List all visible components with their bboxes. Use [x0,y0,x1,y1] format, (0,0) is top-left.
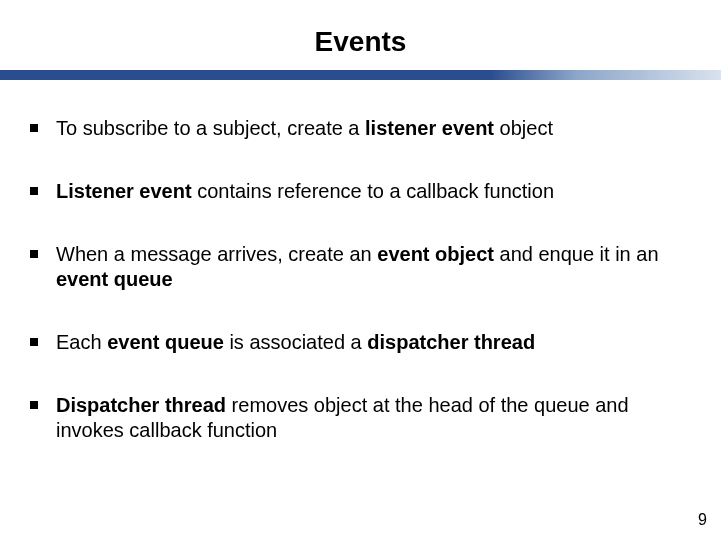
list-item: When a message arrives, create an event … [30,242,685,292]
text-run: contains reference to a callback functio… [192,180,554,202]
bullet-icon [30,338,38,346]
bullet-text: Each event queue is associated a dispatc… [56,330,685,355]
list-item: Each event queue is associated a dispatc… [30,330,685,355]
text-bold: Dispatcher thread [56,394,226,416]
bullet-icon [30,401,38,409]
text-bold: Listener event [56,180,192,202]
list-item: Listener event contains reference to a c… [30,179,685,204]
text-bold: dispatcher thread [367,331,535,353]
text-run: object [494,117,553,139]
bullet-text: To subscribe to a subject, create a list… [56,116,685,141]
bullet-list: To subscribe to a subject, create a list… [0,116,721,443]
bullet-icon [30,124,38,132]
text-run: When a message arrives, create an [56,243,377,265]
bullet-text: When a message arrives, create an event … [56,242,685,292]
text-bold: event queue [56,268,173,290]
bullet-text: Dispatcher thread removes object at the … [56,393,685,443]
text-run: is associated a [224,331,367,353]
text-run: and enque it in an [494,243,659,265]
list-item: Dispatcher thread removes object at the … [30,393,685,443]
text-bold: event object [377,243,494,265]
text-run: Each [56,331,107,353]
text-run: To subscribe to a subject, create a [56,117,365,139]
text-bold: listener event [365,117,494,139]
text-bold: event queue [107,331,224,353]
list-item: To subscribe to a subject, create a list… [30,116,685,141]
bullet-icon [30,187,38,195]
bullet-text: Listener event contains reference to a c… [56,179,685,204]
bullet-icon [30,250,38,258]
slide-title: Events [0,0,721,70]
page-number: 9 [698,511,707,529]
title-divider [0,70,721,80]
